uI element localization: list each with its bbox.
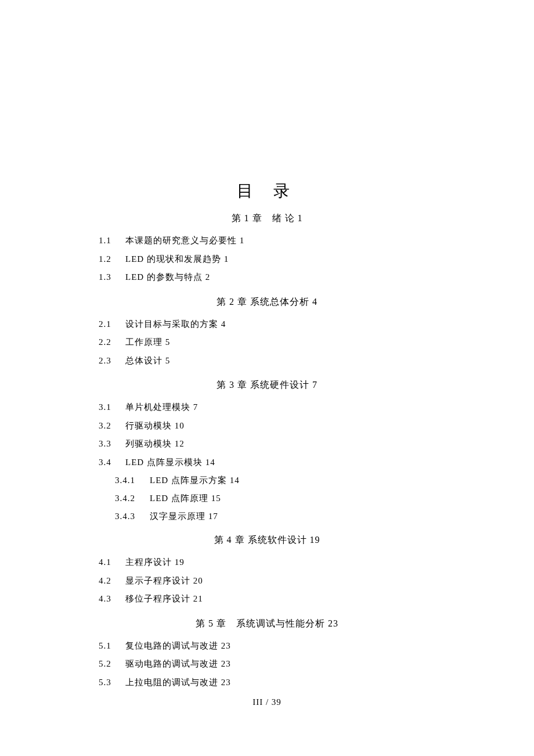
toc-entry: 3.3列驱动模块 12 <box>99 435 435 453</box>
toc-entry: 4.2显示子程序设计 20 <box>99 572 435 591</box>
entry-number: 2.1 <box>99 315 125 334</box>
sub-entry-number: 3.4.3 <box>115 507 150 525</box>
sub-entry-text: LED 点阵显示方案 14 <box>150 476 240 485</box>
entry-text: 行驱动模块 10 <box>125 421 185 430</box>
toc-entry: 2.1设计目标与采取的方案 4 <box>99 315 435 334</box>
entry-text: 主程序设计 19 <box>125 557 185 567</box>
sub-entry-text: LED 点阵原理 15 <box>150 494 221 503</box>
entry-text: LED 点阵显示模块 14 <box>125 458 215 467</box>
toc-entry: 3.4LED 点阵显示模块 14 <box>99 453 435 472</box>
entry-number: 4.3 <box>99 590 125 609</box>
chapter-heading-3: 第 3 章 系统硬件设计 7 <box>99 379 435 391</box>
toc-entry: 1.1本课题的研究意义与必要性 1 <box>99 232 435 250</box>
sub-entry-text: 汉字显示原理 17 <box>150 512 218 521</box>
toc-sub-entry: 3.4.1LED 点阵显示方案 14 <box>99 471 435 489</box>
entry-text: 列驱动模块 12 <box>125 439 185 448</box>
entry-number: 2.3 <box>99 352 125 370</box>
chapter-heading-4: 第 4 章 系统软件设计 19 <box>99 534 435 546</box>
entry-text: 上拉电阻的调试与改进 23 <box>125 678 231 687</box>
entry-number: 1.3 <box>99 268 125 287</box>
toc-title: 目 录 <box>99 180 435 202</box>
entry-text: 设计目标与采取的方案 4 <box>125 319 226 329</box>
page-footer: III / 39 <box>0 697 534 707</box>
chapter-heading-2: 第 2 章 系统总体分析 4 <box>99 296 435 308</box>
entry-number: 3.3 <box>99 435 125 453</box>
toc-entry: 5.2驱动电路的调试与改进 23 <box>99 655 435 674</box>
entry-number: 1.1 <box>99 232 125 250</box>
sub-entry-number: 3.4.2 <box>115 489 150 507</box>
entry-number: 5.3 <box>99 674 125 692</box>
page-content: 目 录 第 1 章 绪 论 1 1.1本课题的研究意义与必要性 1 1.2LED… <box>0 0 534 692</box>
entry-text: 显示子程序设计 20 <box>125 576 203 585</box>
toc-entry: 3.1单片机处理模块 7 <box>99 398 435 417</box>
entry-text: 工作原理 5 <box>125 337 170 347</box>
entry-text: 总体设计 5 <box>125 356 170 365</box>
chapter-heading-5: 第 5 章 系统调试与性能分析 23 <box>99 618 435 630</box>
entry-number: 3.4 <box>99 453 125 472</box>
entry-text: 移位子程序设计 21 <box>125 594 203 603</box>
toc-entry: 4.3移位子程序设计 21 <box>99 590 435 609</box>
entry-number: 3.1 <box>99 398 125 417</box>
toc-entry: 1.3LED 的参数与特点 2 <box>99 268 435 287</box>
entry-number: 4.1 <box>99 553 125 572</box>
entry-text: LED 的参数与特点 2 <box>125 272 210 282</box>
toc-entry: 2.3总体设计 5 <box>99 352 435 370</box>
entry-number: 3.2 <box>99 417 125 435</box>
entry-number: 1.2 <box>99 250 125 269</box>
entry-text: 本课题的研究意义与必要性 1 <box>125 236 244 245</box>
toc-entry: 5.3上拉电阻的调试与改进 23 <box>99 674 435 692</box>
toc-entry: 2.2工作原理 5 <box>99 333 435 352</box>
entry-number: 5.2 <box>99 655 125 674</box>
entry-text: 单片机处理模块 7 <box>125 402 198 412</box>
toc-sub-entry: 3.4.2LED 点阵原理 15 <box>99 489 435 507</box>
toc-sub-entry: 3.4.3汉字显示原理 17 <box>99 507 435 525</box>
entry-number: 5.1 <box>99 637 125 656</box>
entry-number: 2.2 <box>99 333 125 352</box>
sub-entry-number: 3.4.1 <box>115 471 150 489</box>
entry-text: 驱动电路的调试与改进 23 <box>125 659 231 668</box>
chapter-heading-1: 第 1 章 绪 论 1 <box>99 213 435 225</box>
toc-entry: 1.2LED 的现状和发展趋势 1 <box>99 250 435 269</box>
toc-entry: 3.2行驱动模块 10 <box>99 417 435 435</box>
entry-text: 复位电路的调试与改进 23 <box>125 641 231 650</box>
entry-number: 4.2 <box>99 572 125 591</box>
toc-entry: 5.1复位电路的调试与改进 23 <box>99 637 435 656</box>
toc-entry: 4.1主程序设计 19 <box>99 553 435 572</box>
entry-text: LED 的现状和发展趋势 1 <box>125 254 229 264</box>
